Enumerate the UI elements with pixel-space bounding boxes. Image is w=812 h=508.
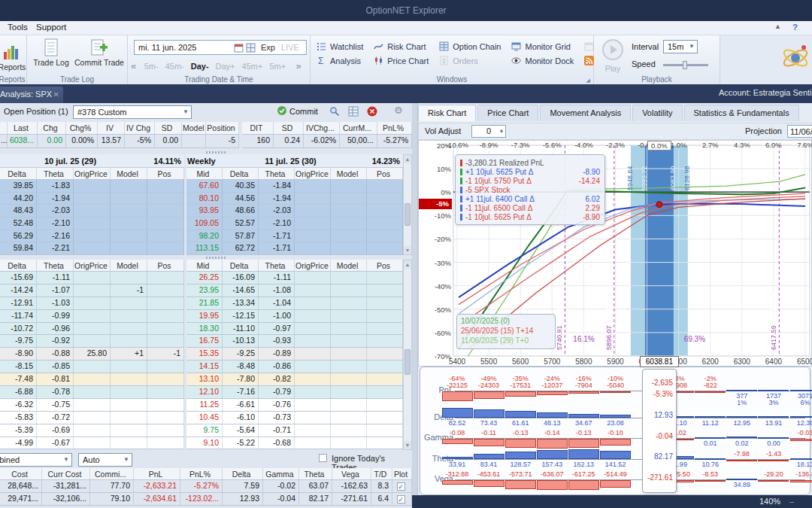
nav-button-5m+[interactable]: 5m+ [269, 62, 286, 71]
calls-right-row[interactable]: 113.1562.72-1.71 [186, 242, 403, 255]
puts-left-row[interactable]: -8.15-0.85 [0, 360, 184, 373]
puts-right-row[interactable]: 21.85-13.34-1.04 [186, 297, 403, 310]
scroll-down-icon[interactable]: ▼ [404, 441, 411, 449]
ribbon-item-option-chain[interactable]: Option Chain [439, 41, 501, 52]
spinner-down-icon[interactable]: ▼ [499, 126, 504, 138]
tab-analysis-spx[interactable]: Analysis: SPX ✕ [0, 87, 63, 103]
live-label[interactable]: LIVE [281, 41, 299, 54]
calls-right-row[interactable]: 98.2057.87-1.71 [186, 230, 403, 243]
calls-scrollbar[interactable]: ▲ ▼ [403, 154, 412, 255]
commit-button[interactable]: Commit [277, 105, 318, 117]
speed-slider-thumb[interactable] [683, 61, 687, 69]
windows-launcher-icon[interactable]: ◢ [586, 78, 590, 84]
reports-icon[interactable] [3, 41, 20, 63]
help-icon[interactable]: ? [792, 23, 798, 32]
interval-dropdown[interactable]: 15m▼ [663, 40, 698, 53]
puts-left-row[interactable]: -15.69-1.11 [0, 272, 184, 284]
auto-dropdown[interactable]: Auto▼ [78, 453, 132, 467]
nav-button-day-[interactable]: Day- [191, 62, 209, 71]
puts-right-row[interactable]: 23.95-14.65-1.08 [186, 284, 403, 297]
puts-left-row[interactable]: -14.24-1.07-1 [0, 284, 184, 297]
scroll-up-icon[interactable]: ▲ [404, 155, 411, 163]
play-button[interactable]: Play [601, 38, 624, 73]
puts-left-row[interactable]: -8.90-0.8825.80+1-1 [0, 348, 184, 360]
tab-movement-analysis[interactable]: Movement Analysis [540, 105, 631, 121]
nav-button-45m+[interactable]: 45m+ [242, 62, 263, 71]
splitter-handle[interactable] [206, 257, 226, 259]
calls-right-row[interactable]: 109.0552.57-2.10 [186, 217, 403, 230]
strategy-dropdown[interactable]: #378 Custom▼ [73, 105, 192, 119]
vol-adjust-spinner[interactable]: 0 ▲ ▼ [471, 125, 506, 138]
tab-close-icon[interactable]: ✕ [53, 87, 59, 102]
calls-left-row[interactable]: 56.29-2.16 [0, 230, 184, 243]
nav-button-day+[interactable]: Day+ [216, 62, 235, 71]
ribbon-item-monitor-grid[interactable]: Monitor Grid [511, 41, 574, 52]
puts-left-row[interactable]: -9.75-0.92 [0, 335, 184, 348]
scrollbar-thumb[interactable] [404, 349, 411, 375]
summary-left-row[interactable]: ...6038...0.000.00%13.57-5%0.00-5 [0, 135, 239, 148]
ribbon-item-analysis[interactable]: ΣAnalysis [317, 55, 363, 66]
puts-right-row[interactable]: 10.45-6.10-0.73 [186, 412, 403, 424]
puts-right-row[interactable]: 12.10-7.16-0.79 [186, 386, 403, 399]
nav-button-5m-[interactable]: 5m- [144, 62, 159, 71]
puts-scrollbar[interactable]: ▲ ▼ [403, 260, 412, 450]
exp-label[interactable]: Exp [261, 41, 275, 54]
calls-left-row[interactable]: 52.48-2.10 [0, 217, 184, 230]
search-icon[interactable] [329, 106, 340, 118]
tab-volatility[interactable]: Volatility [632, 105, 682, 121]
plot-checkbox[interactable]: ✓ [397, 495, 405, 503]
puts-right-row[interactable]: 26.25-16.09-1.11 [186, 272, 403, 284]
calls-left-row[interactable]: 39.85-1.83 [0, 180, 184, 193]
puts-left-row[interactable]: -6.88-0.78 [0, 386, 184, 399]
puts-left-row[interactable]: -7.48-0.81 [0, 373, 184, 386]
puts-right-row[interactable]: 9.75-5.64-0.71 [186, 424, 403, 437]
panel-splitter[interactable] [412, 103, 418, 508]
nav-button-45m-[interactable]: 45m- [165, 62, 184, 71]
scrollbar-thumb[interactable] [404, 203, 411, 226]
plot-checkbox[interactable]: ✓ [397, 482, 405, 491]
summary-right-row[interactable]: 1600.24-6.02%50,00...-5.27% [242, 135, 412, 148]
trade-log-button[interactable]: Trade Log [30, 38, 72, 67]
puts-right-row[interactable]: 15.35-9.25-0.89 [186, 348, 403, 360]
tab-risk-chart[interactable]: Risk Chart [418, 105, 476, 121]
puts-right-row[interactable]: 9.10-5.22-0.68 [186, 437, 403, 450]
nav-forward-icon[interactable]: » [296, 60, 301, 71]
zoom-slider[interactable]: – [789, 497, 794, 506]
totals-row[interactable]: 29,471...-32,106...79.10-2,634.61-123.02… [0, 493, 412, 506]
puts-right-row[interactable]: 11.25-6.61-0.76 [186, 399, 403, 412]
puts-left-row[interactable]: -4.99-0.67 [0, 437, 184, 450]
calls-left-row[interactable]: 44.20-1.94 [0, 193, 184, 205]
menu-tools[interactable]: Tools [8, 23, 28, 32]
ribbon-item-price-chart[interactable]: Price Chart [374, 55, 429, 66]
menu-support[interactable]: Support [36, 23, 66, 32]
collapse-ribbon-icon[interactable]: ▲ [774, 23, 781, 30]
puts-left-row[interactable]: -10.72-0.96 [0, 323, 184, 336]
puts-right-row[interactable]: 14.15-8.48-0.86 [186, 360, 403, 373]
splitter-handle[interactable] [206, 151, 226, 154]
puts-right-row[interactable]: 18.30-11.10-0.97 [186, 323, 403, 336]
close-position-icon[interactable] [367, 106, 377, 118]
calls-left-row[interactable]: 59.84-2.21 [0, 242, 184, 255]
scroll-down-icon[interactable]: ▼ [404, 246, 411, 254]
calls-left-row[interactable]: 48.43-2.03 [0, 205, 184, 217]
ribbon-item-monitor-dock[interactable]: Monitor Dock [511, 55, 574, 66]
calls-right-row[interactable]: 93.9548.66-2.03 [186, 205, 403, 217]
ribbon-item-risk-chart[interactable]: Risk Chart [374, 41, 429, 52]
commit-trade-button[interactable]: Commit Trade [72, 38, 126, 67]
calls-right-row[interactable]: 80.1044.56-1.94 [186, 193, 403, 205]
puts-left-row[interactable]: -11.74-0.99 [0, 310, 184, 323]
export-grid-icon[interactable] [348, 106, 359, 118]
nav-back-icon[interactable]: « [131, 60, 136, 71]
puts-right-row[interactable]: 13.10-7.80-0.82 [186, 373, 403, 386]
settings-gear-icon[interactable]: ⚙ [394, 105, 403, 116]
scroll-up-icon[interactable]: ▲ [404, 260, 411, 269]
puts-right-row[interactable]: 16.75-10.13-0.93 [186, 335, 403, 348]
puts-left-row[interactable]: -6.32-0.75 [0, 399, 184, 412]
ignore-trades-checkbox[interactable] [319, 454, 327, 462]
calls-right-row[interactable]: 67.6040.35-1.84 [186, 180, 403, 193]
tab-price-chart[interactable]: Price Chart [477, 105, 538, 121]
ribbon-item-watchlist[interactable]: Watchlist [317, 41, 363, 52]
puts-left-row[interactable]: -12.91-1.03 [0, 297, 184, 310]
puts-left-row[interactable]: -5.39-0.69 [0, 424, 184, 437]
puts-left-row[interactable]: -5.83-0.72 [0, 412, 184, 424]
